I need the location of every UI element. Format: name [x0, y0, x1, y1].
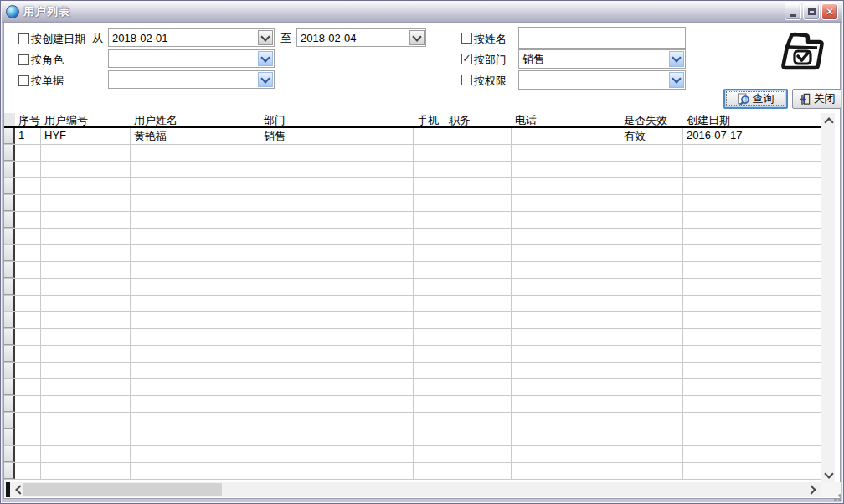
horizontal-scrollbar[interactable] [4, 482, 821, 497]
table-cell [260, 279, 414, 295]
table-cell [683, 379, 821, 395]
table-cell [620, 396, 683, 412]
maximize-button[interactable] [803, 3, 820, 20]
table-row[interactable] [4, 446, 821, 463]
table-cell [15, 379, 41, 395]
horizontal-scroll-thumb[interactable] [23, 483, 222, 496]
table-row[interactable] [4, 212, 821, 229]
close-button[interactable]: ✕ [821, 3, 838, 20]
table-cell [620, 279, 683, 295]
close-button-label: 关闭 [814, 91, 836, 106]
table-cell [15, 363, 41, 378]
table-cell [683, 346, 821, 362]
dept-dropdown-icon[interactable] [669, 51, 684, 67]
table-row[interactable] [4, 329, 821, 346]
table-row[interactable] [4, 229, 821, 245]
table-row[interactable] [4, 296, 821, 312]
table-cell [414, 212, 445, 228]
doc-combo[interactable] [108, 70, 275, 89]
table-row[interactable] [4, 279, 821, 296]
table-cell [41, 229, 131, 244]
table-cell [131, 329, 260, 345]
table-row[interactable] [4, 346, 821, 363]
table-cell [260, 463, 414, 479]
scroll-right-icon[interactable] [805, 482, 820, 496]
checkbox-by-role[interactable] [18, 54, 29, 65]
window-title: 用户列表 [23, 4, 70, 19]
table-cell [512, 296, 620, 311]
table-cell [41, 212, 131, 228]
resize-grip-icon[interactable] [831, 491, 841, 501]
table-row[interactable] [4, 363, 821, 379]
date-to-dropdown-icon[interactable] [409, 30, 425, 45]
table-cell [15, 195, 41, 211]
table-row[interactable] [4, 379, 821, 396]
table-row[interactable] [4, 396, 821, 413]
table-cell [131, 162, 260, 177]
table-row[interactable] [4, 429, 821, 446]
vertical-scrollbar[interactable] [821, 113, 835, 482]
minimize-button[interactable] [785, 3, 801, 20]
date-to-combo[interactable]: 2018-02-04 [296, 28, 426, 47]
doc-dropdown-icon[interactable] [258, 72, 273, 87]
table-row[interactable] [4, 413, 821, 429]
table-cell [414, 245, 445, 261]
table-cell [445, 145, 512, 161]
table-cell [414, 279, 445, 295]
checkbox-by-dept[interactable] [461, 54, 472, 64]
table-cell [620, 379, 683, 395]
perm-combo[interactable] [518, 70, 686, 90]
table-row[interactable] [4, 178, 821, 195]
role-dropdown-icon[interactable] [258, 51, 273, 66]
label-by-dept: 按部门 [474, 53, 507, 68]
table-cell [260, 312, 414, 328]
checkbox-by-create-date[interactable] [18, 33, 29, 44]
table-cell [41, 312, 131, 328]
table-cell [445, 379, 512, 395]
table-cell [131, 145, 260, 161]
table-cell [260, 229, 414, 244]
row-indicator [4, 446, 15, 462]
table-cell [260, 212, 414, 228]
table-cell [260, 145, 414, 161]
table-row[interactable] [4, 162, 821, 178]
perm-dropdown-icon[interactable] [669, 72, 684, 88]
date-from-combo[interactable]: 2018-02-01 [108, 28, 275, 47]
label-by-perm: 按权限 [474, 74, 507, 89]
dept-combo[interactable]: 销售 [518, 49, 686, 69]
scroll-up-icon[interactable] [821, 113, 836, 127]
table-row[interactable] [4, 312, 821, 329]
row-indicator [4, 145, 15, 161]
user-list-window: 用户列表 ✕ 按创建日期 从 2018-02-01 至 2018-02-04 按… [0, 0, 844, 504]
table-row[interactable]: 1HYF黄艳福销售有效2016-07-17 [4, 128, 821, 145]
name-input[interactable] [518, 27, 686, 49]
table-cell [445, 446, 512, 462]
date-from-dropdown-icon[interactable] [258, 30, 273, 45]
role-combo[interactable] [108, 49, 275, 68]
table-cell [683, 279, 821, 295]
table-cell [445, 212, 512, 228]
table-row[interactable] [4, 195, 821, 212]
row-indicator [4, 262, 15, 278]
table-cell [131, 463, 260, 479]
checkbox-by-doc[interactable] [18, 75, 29, 86]
table-cell [683, 145, 821, 161]
app-globe-icon [6, 5, 19, 18]
query-button[interactable]: 查询 [723, 89, 788, 109]
close-window-button[interactable]: 关闭 [792, 89, 841, 109]
table-row[interactable] [4, 463, 821, 480]
table-cell [620, 346, 683, 362]
table-row[interactable] [4, 262, 821, 279]
table-cell [41, 245, 131, 261]
table-row[interactable] [4, 245, 821, 262]
row-indicator [4, 429, 15, 445]
table-cell [15, 463, 41, 479]
table-cell [131, 279, 260, 295]
user-table-body: 1HYF黄艳福销售有效2016-07-17 [4, 128, 821, 480]
scroll-down-icon[interactable] [821, 468, 836, 482]
table-cell [15, 212, 41, 228]
checkbox-by-name[interactable] [461, 33, 472, 44]
checkbox-by-perm[interactable] [461, 75, 472, 85]
table-row[interactable] [4, 145, 821, 162]
label-to: 至 [280, 31, 291, 46]
